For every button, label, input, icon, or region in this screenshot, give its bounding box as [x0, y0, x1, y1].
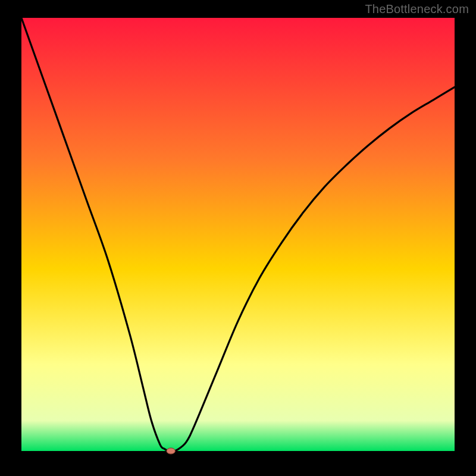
- plot-area: [21, 18, 455, 451]
- minimum-marker: [167, 448, 176, 454]
- chart-svg: [0, 0, 476, 476]
- watermark: TheBottleneck.com: [365, 2, 469, 16]
- chart-container: { "watermark": "TheBottleneck.com", "col…: [0, 0, 476, 476]
